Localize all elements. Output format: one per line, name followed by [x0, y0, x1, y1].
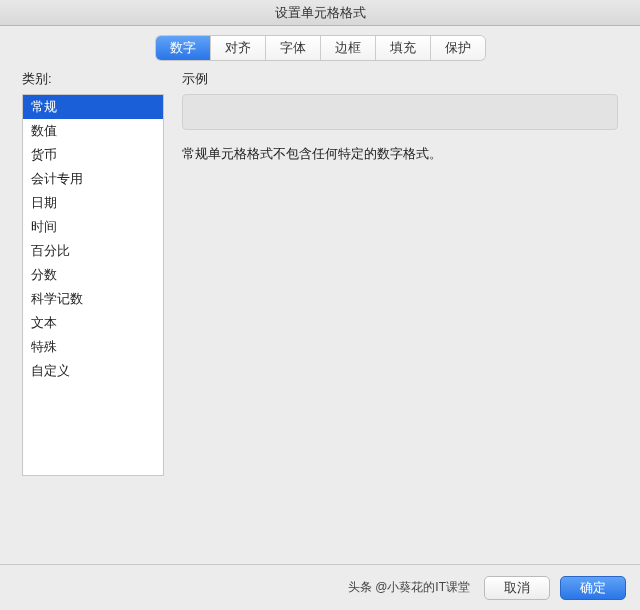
left-column: 类别: 常规 数值 货币 会计专用 日期 时间 百分比 分数 科学记数 文本 特… — [22, 68, 164, 476]
window-title: 设置单元格格式 — [275, 4, 366, 22]
category-item-accounting[interactable]: 会计专用 — [23, 167, 163, 191]
category-label: 类别: — [22, 70, 164, 88]
category-item-number[interactable]: 数值 — [23, 119, 163, 143]
tab-alignment[interactable]: 对齐 — [211, 36, 266, 60]
category-item-fraction[interactable]: 分数 — [23, 263, 163, 287]
title-bar: 设置单元格格式 — [0, 0, 640, 26]
category-item-currency[interactable]: 货币 — [23, 143, 163, 167]
ok-button[interactable]: 确定 — [560, 576, 626, 600]
content-area: 类别: 常规 数值 货币 会计专用 日期 时间 百分比 分数 科学记数 文本 特… — [0, 68, 640, 476]
tab-bar: 数字 对齐 字体 边框 填充 保护 — [0, 36, 640, 68]
category-item-text[interactable]: 文本 — [23, 311, 163, 335]
attribution-text: 头条 @小葵花的IT课堂 — [348, 579, 470, 596]
tab-border[interactable]: 边框 — [321, 36, 376, 60]
category-item-date[interactable]: 日期 — [23, 191, 163, 215]
sample-label: 示例 — [182, 70, 618, 88]
category-item-custom[interactable]: 自定义 — [23, 359, 163, 383]
right-column: 示例 常规单元格格式不包含任何特定的数字格式。 — [182, 68, 618, 476]
category-item-time[interactable]: 时间 — [23, 215, 163, 239]
tab-fill[interactable]: 填充 — [376, 36, 431, 60]
format-description: 常规单元格格式不包含任何特定的数字格式。 — [182, 144, 618, 164]
cancel-button[interactable]: 取消 — [484, 576, 550, 600]
category-item-general[interactable]: 常规 — [23, 95, 163, 119]
footer: 头条 @小葵花的IT课堂 取消 确定 — [0, 564, 640, 610]
tab-number[interactable]: 数字 — [156, 36, 211, 60]
category-item-scientific[interactable]: 科学记数 — [23, 287, 163, 311]
tab-group: 数字 对齐 字体 边框 填充 保护 — [156, 36, 485, 60]
sample-box — [182, 94, 618, 130]
category-list[interactable]: 常规 数值 货币 会计专用 日期 时间 百分比 分数 科学记数 文本 特殊 自定… — [22, 94, 164, 476]
category-item-percentage[interactable]: 百分比 — [23, 239, 163, 263]
tab-protection[interactable]: 保护 — [431, 36, 485, 60]
category-item-special[interactable]: 特殊 — [23, 335, 163, 359]
tab-font[interactable]: 字体 — [266, 36, 321, 60]
